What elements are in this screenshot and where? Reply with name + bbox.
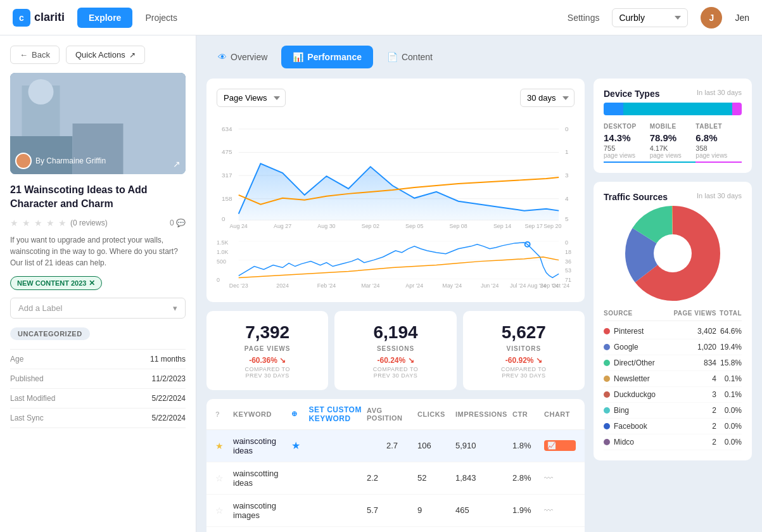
traffic-views-5: 2 [672, 406, 716, 415]
meta-last-modified-value: 5/22/2024 [152, 394, 186, 403]
traffic-col-total: Total [716, 310, 742, 317]
quick-actions-button[interactable]: Quick Actions ↗ [66, 46, 145, 64]
star-keyword-1[interactable]: ☆ [215, 473, 233, 483]
svg-text:Dec '23: Dec '23 [229, 283, 248, 289]
stat-visitors-change: -60.92% ↘ [474, 356, 573, 365]
explore-button[interactable]: Explore [77, 8, 132, 28]
logo: c clariti [13, 9, 65, 27]
meta-table: Age 11 months Published 11/2/2023 Last M… [10, 349, 186, 428]
avatar: J [701, 7, 722, 28]
star-keyword-2[interactable]: ☆ [215, 505, 233, 516]
performance-label: Performance [307, 52, 362, 62]
svg-text:Aug 27: Aug 27 [274, 223, 291, 229]
label-dropdown[interactable]: Add a Label ▾ [10, 298, 186, 319]
svg-point-52 [654, 234, 692, 272]
star-5[interactable]: ★ [58, 218, 67, 228]
tab-content[interactable]: 📄 Content [376, 46, 444, 68]
mobile-label: MOBILE [650, 123, 696, 130]
traffic-source-2: Direct/Other [614, 358, 655, 367]
meta-age-label: Age [10, 355, 23, 364]
chart-icon-2[interactable]: 〰 [544, 505, 576, 516]
device-stat-mobile: MOBILE 78.9% 4.17K page views [650, 123, 696, 163]
mobile-views: 4.17K [650, 144, 696, 152]
impressions-1: 1,843 [455, 473, 512, 483]
traffic-sources-card: Traffic Sources In last 30 days [594, 182, 752, 460]
impressions-0: 5,910 [455, 441, 512, 450]
projects-link[interactable]: Projects [145, 13, 177, 23]
traffic-views-2: 834 [672, 358, 716, 367]
star-1[interactable]: ★ [10, 218, 18, 228]
article-author: By Charmaine Griffin [15, 153, 106, 169]
keyword-row-2: ☆ wainscoting images 5.7 9 465 1.9% 〰 [206, 495, 585, 527]
star-3[interactable]: ★ [34, 218, 42, 228]
device-bar [604, 103, 742, 115]
tablet-views: 358 [695, 144, 742, 152]
traffic-source-name-2: Direct/Other [604, 358, 672, 367]
col-chart: Chart [544, 410, 576, 418]
traffic-row-7: Midco 2 0.0% [604, 434, 742, 450]
back-button[interactable]: ← Back [10, 46, 60, 64]
tab-performance[interactable]: 📊 Performance [281, 46, 373, 68]
meta-age-value: 11 months [150, 355, 186, 364]
external-link-icon[interactable]: ↗ [173, 159, 181, 169]
svg-text:1.5K: 1.5K [217, 239, 228, 246]
traffic-pct-5: 0.0% [716, 406, 742, 415]
meta-last-sync-value: 5/22/2024 [152, 414, 186, 422]
device-bar-mobile [623, 103, 732, 115]
traffic-source-name-5: Bing [604, 406, 672, 415]
metric-filter-select[interactable]: Page Views [217, 89, 286, 107]
content-label: Content [402, 52, 433, 62]
device-types-header: Device Types In last 30 days [604, 89, 742, 103]
logo-text: clariti [34, 11, 65, 24]
tag-remove-icon[interactable]: ✕ [89, 279, 95, 288]
stat-sessions-sub: COMPARED TOPREV 30 DAYS [346, 366, 445, 379]
content-tag[interactable]: NEW CONTENT 2023 ✕ [10, 276, 102, 290]
col-keyword-label: Keyword [233, 410, 291, 418]
overview-icon: 👁 [218, 52, 227, 62]
meta-age: Age 11 months [10, 350, 186, 369]
desktop-pct: 14.3% [604, 132, 650, 143]
traffic-views-6: 2 [672, 422, 716, 431]
traffic-source-name-0: Pinterest [604, 327, 672, 336]
svg-text:158: 158 [222, 195, 232, 202]
sidebar-top-actions: ← Back Quick Actions ↗ [10, 46, 186, 64]
svg-text:Sep 20: Sep 20 [543, 223, 561, 229]
tab-overview[interactable]: 👁 Overview [206, 46, 279, 68]
star-keyword-0[interactable]: ★ [215, 441, 233, 451]
traffic-source-name-1: Google [604, 343, 672, 352]
svg-text:May '24: May '24 [442, 283, 462, 289]
date-range-select[interactable]: 30 days [520, 89, 575, 107]
star-4[interactable]: ★ [46, 218, 54, 228]
svg-text:634: 634 [222, 125, 232, 132]
traffic-views-4: 3 [672, 390, 716, 399]
author-name: By Charmaine Griffin [35, 156, 106, 165]
expand-icon: ↗ [129, 51, 136, 60]
traffic-source-name-4: Duckduckgo [604, 390, 672, 399]
traffic-sources-header: Traffic Sources In last 30 days [604, 192, 742, 206]
svg-text:317: 317 [222, 172, 232, 179]
primary-icon-0: ★ [291, 440, 309, 452]
chart-icon-0[interactable]: 📈 [544, 440, 576, 451]
traffic-dot-2 [604, 360, 610, 366]
settings-link[interactable]: Settings [568, 13, 600, 23]
desktop-views-label: page views [604, 152, 650, 159]
col-set-custom-icon: ⊕ [291, 410, 309, 418]
traffic-row-0: Pinterest 3,402 64.6% [604, 324, 742, 339]
chart-icon-1[interactable]: 〰 [544, 473, 576, 483]
meta-published: Published 11/2/2023 [10, 369, 186, 389]
svg-text:Jul '24: Jul '24 [510, 283, 526, 289]
svg-text:Aug 24: Aug 24 [230, 223, 248, 229]
svg-text:Jun '24: Jun '24 [481, 283, 498, 289]
keyword-name-2: wainscoting images [233, 501, 291, 520]
traffic-views-3: 4 [672, 374, 716, 383]
svg-text:Aug 30: Aug 30 [317, 223, 335, 229]
svg-text:Mar '24: Mar '24 [361, 283, 379, 289]
traffic-pct-7: 0.0% [716, 438, 742, 446]
svg-text:18: 18 [565, 249, 571, 255]
pie-chart-svg [625, 206, 720, 301]
svg-text:36: 36 [565, 258, 571, 265]
stat-page-views: 7,392 PAGE VIEWS -60.36% ↘ COMPARED TOPR… [206, 311, 328, 390]
star-2[interactable]: ★ [22, 218, 30, 228]
workspace-select[interactable]: Curbly [612, 8, 688, 27]
set-custom-keyword-btn[interactable]: Set Custom Keyword [309, 405, 367, 423]
